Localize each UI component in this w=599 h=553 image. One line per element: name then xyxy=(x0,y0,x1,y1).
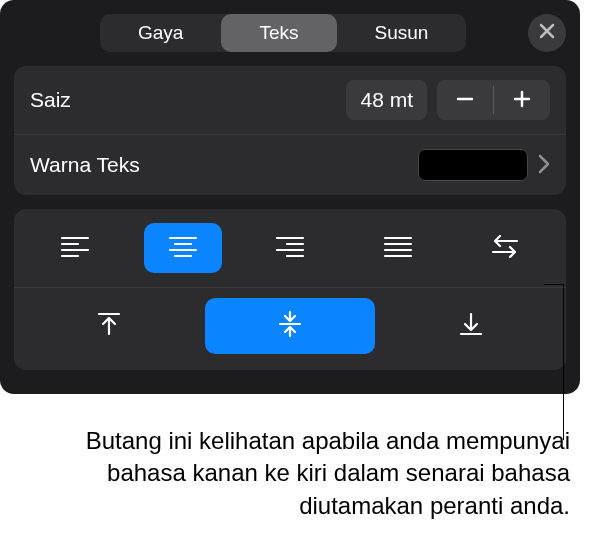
callout-leader-line xyxy=(563,284,564,440)
align-justify-button[interactable] xyxy=(359,223,437,273)
tab-gaya[interactable]: Gaya xyxy=(100,14,221,52)
align-right-button[interactable] xyxy=(251,223,329,273)
valign-middle-icon xyxy=(276,310,304,342)
text-color-row[interactable]: Warna Teks xyxy=(14,134,566,195)
close-button[interactable] xyxy=(528,14,566,52)
minus-icon xyxy=(455,85,475,116)
valign-bottom-button[interactable] xyxy=(421,298,521,354)
size-stepper xyxy=(437,80,550,120)
tab-bar: Gaya Teks Susun xyxy=(0,0,580,66)
size-value-field[interactable]: 48 mt xyxy=(346,80,427,120)
text-direction-button[interactable] xyxy=(466,223,544,273)
text-color-label: Warna Teks xyxy=(30,153,418,177)
size-decrease-button[interactable] xyxy=(437,80,493,120)
valign-bottom-icon xyxy=(457,310,485,342)
align-justify-icon xyxy=(383,234,413,262)
text-direction-icon xyxy=(489,234,521,262)
close-icon xyxy=(539,23,555,43)
alignment-group xyxy=(14,209,566,370)
format-panel: Gaya Teks Susun Saiz 48 mt xyxy=(0,0,580,394)
text-color-swatch[interactable] xyxy=(418,149,528,181)
horizontal-align-row xyxy=(14,209,566,287)
valign-top-button[interactable] xyxy=(59,298,159,354)
text-properties-group: Saiz 48 mt xyxy=(14,66,566,195)
align-left-icon xyxy=(60,234,90,262)
tab-susun[interactable]: Susun xyxy=(337,14,467,52)
align-center-button[interactable] xyxy=(144,223,222,273)
tab-segmented-control: Gaya Teks Susun xyxy=(100,14,466,52)
size-row: Saiz 48 mt xyxy=(14,66,566,134)
tab-teks[interactable]: Teks xyxy=(221,14,336,52)
plus-icon xyxy=(512,85,532,116)
align-center-icon xyxy=(168,234,198,262)
align-left-button[interactable] xyxy=(36,223,114,273)
callout-caption: Butang ini kelihatan apabila anda mempun… xyxy=(60,425,570,522)
valign-top-icon xyxy=(95,310,123,342)
vertical-align-row xyxy=(14,287,566,370)
size-increase-button[interactable] xyxy=(494,80,550,120)
size-label: Saiz xyxy=(30,88,346,112)
chevron-right-icon xyxy=(538,150,550,181)
valign-middle-button[interactable] xyxy=(205,298,375,354)
align-right-icon xyxy=(275,234,305,262)
